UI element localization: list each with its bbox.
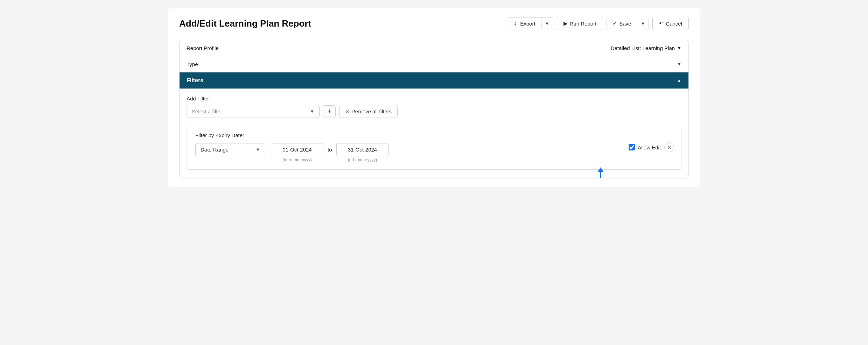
save-label: Save xyxy=(619,21,631,27)
filter-item-wrapper: Filter by Expiry Date: Date Range ▼ (dd-… xyxy=(187,125,681,170)
filter-item-title: Filter by Expiry Date: xyxy=(195,132,673,138)
arrow-head-icon xyxy=(597,167,604,172)
filters-chevron-icon[interactable]: ▲ xyxy=(677,78,681,83)
filters-title: Filters xyxy=(187,77,203,84)
type-label: Type xyxy=(187,61,198,67)
add-filter-button[interactable]: + xyxy=(323,105,336,118)
page-header: Add/Edit Learning Plan Report ⭳ Export ▼… xyxy=(179,17,689,30)
date-range-label: Date Range xyxy=(201,147,229,153)
from-date-input[interactable] xyxy=(271,143,323,156)
run-report-icon: ▶ xyxy=(564,20,568,27)
export-split-button[interactable]: ⭳ Export ▼ xyxy=(507,17,553,30)
remove-all-x-icon: ✕ xyxy=(345,109,349,114)
arrow-annotation xyxy=(597,167,604,178)
allow-edit-wrap: Allow Edit xyxy=(629,144,661,150)
report-profile-label: Report Profile xyxy=(187,45,219,51)
filter-item-card: Filter by Expiry Date: Date Range ▼ (dd-… xyxy=(187,125,681,170)
allow-edit-checkbox[interactable] xyxy=(629,144,635,150)
remove-all-filters-button[interactable]: ✕ Remove all filters xyxy=(339,105,398,118)
add-filter-label: Add Filter: xyxy=(187,96,681,101)
filter-item-right: Allow Edit ✕ xyxy=(629,142,674,152)
allow-edit-label: Allow Edit xyxy=(638,145,661,150)
filter-select-caret-icon: ▼ xyxy=(310,109,314,114)
from-date-format-hint: (dd-mmm-yyyy) xyxy=(282,157,312,162)
to-label: to xyxy=(328,143,332,153)
cancel-icon: ↶ xyxy=(659,20,664,27)
report-profile-row: Report Profile Detailed List: Learning P… xyxy=(180,40,688,56)
date-range-select[interactable]: Date Range ▼ xyxy=(195,143,265,156)
from-date-wrap: (dd-mmm-yyyy) xyxy=(271,143,323,162)
export-dropdown-button[interactable]: ▼ xyxy=(541,17,553,30)
filter-select-dropdown[interactable]: Select a filter... ▼ xyxy=(187,105,320,118)
to-date-wrap: (dd-mmm-yyyy) xyxy=(336,143,389,162)
save-icon: ✓ xyxy=(612,20,617,27)
arrow-shaft xyxy=(600,172,601,178)
export-icon: ⭳ xyxy=(513,21,518,27)
save-button[interactable]: ✓ Save xyxy=(607,17,637,30)
save-dropdown-button[interactable]: ▼ xyxy=(637,17,649,30)
run-report-label: Run Report xyxy=(570,21,597,27)
run-report-button[interactable]: ▶ Run Report xyxy=(557,17,603,30)
date-range-caret-icon: ▼ xyxy=(255,147,260,152)
filter-controls-row: Select a filter... ▼ + ✕ Remove all filt… xyxy=(187,105,681,118)
filter-close-button[interactable]: ✕ xyxy=(664,142,674,152)
header-actions: ⭳ Export ▼ ▶ Run Report ✓ Save ▼ ↶ xyxy=(507,17,689,30)
page-container: Add/Edit Learning Plan Report ⭳ Export ▼… xyxy=(168,8,700,187)
filters-section-header[interactable]: Filters ▲ xyxy=(180,72,688,89)
to-date-input[interactable] xyxy=(336,143,389,156)
export-label: Export xyxy=(520,21,535,27)
filter-item-controls: Date Range ▼ (dd-mmm-yyyy) to xyxy=(195,143,673,162)
cancel-label: Cancel xyxy=(666,21,682,27)
page-title: Add/Edit Learning Plan Report xyxy=(179,18,311,29)
filters-body: Add Filter: Select a filter... ▼ + ✕ Rem… xyxy=(180,89,688,178)
save-split-button[interactable]: ✓ Save ▼ xyxy=(607,17,649,30)
type-row: Type ▼ xyxy=(180,56,688,72)
main-card: Report Profile Detailed List: Learning P… xyxy=(179,40,689,178)
filter-select-placeholder: Select a filter... xyxy=(192,108,226,114)
report-profile-value: Detailed List: Learning Plan xyxy=(611,45,675,51)
type-caret-icon[interactable]: ▼ xyxy=(677,62,681,67)
remove-all-label: Remove all filters xyxy=(351,108,392,114)
cancel-button[interactable]: ↶ Cancel xyxy=(652,17,689,30)
export-button[interactable]: ⭳ Export xyxy=(507,17,541,30)
report-profile-caret-icon: ▼ xyxy=(677,45,681,51)
date-input-group: (dd-mmm-yyyy) to (dd-mmm-yyyy) xyxy=(271,143,389,162)
report-profile-select[interactable]: Detailed List: Learning Plan ▼ xyxy=(611,45,681,51)
to-date-format-hint: (dd-mmm-yyyy) xyxy=(348,157,377,162)
